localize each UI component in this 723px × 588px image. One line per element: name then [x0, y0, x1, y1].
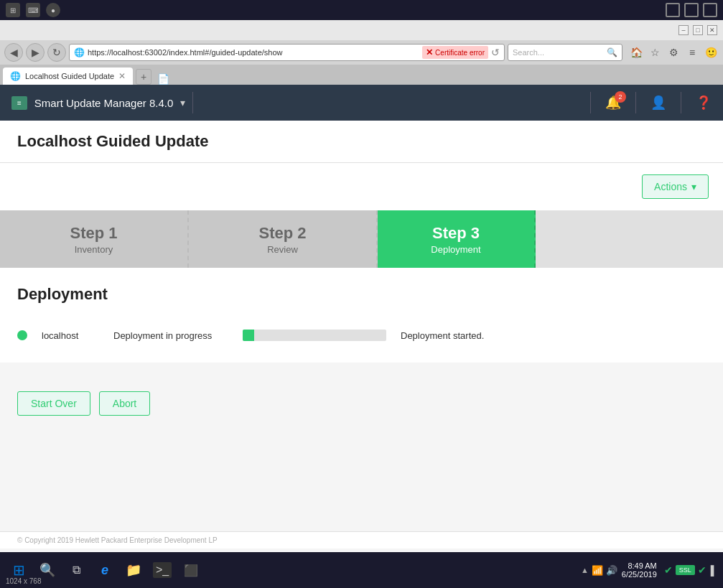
menu-icon[interactable]: ≡: [684, 45, 700, 60]
user-icon[interactable]: 👤: [650, 95, 666, 111]
tray-arrow[interactable]: ▲: [581, 566, 589, 574]
task-view-button[interactable]: ⧉: [63, 557, 89, 583]
help-icon[interactable]: ❓: [696, 95, 712, 111]
os-start-icon[interactable]: ⊞: [6, 3, 20, 17]
footer-copyright: © Copyright 2019 Hewlett Packard Enterpr…: [17, 536, 218, 544]
app-header-right: 🔔 2 👤 ❓: [590, 92, 712, 113]
search-bar[interactable]: Search... 🔍: [508, 44, 622, 61]
browser-tab-bar: 🌐 Localhost Guided Update ✕ + 📄: [0, 65, 723, 85]
search-icon: 🔍: [607, 47, 617, 57]
settings-icon[interactable]: ⚙: [666, 45, 681, 60]
app-header-left: ≡ Smart Update Manager 8.4.0 ▾: [11, 92, 193, 113]
home-icon[interactable]: 🏠: [628, 45, 644, 60]
notification-badge: 2: [615, 91, 626, 103]
os-topbar: ⊞ ⌨ ●: [0, 0, 723, 20]
browser-nav-icons: 🏠 ☆ ⚙ ≡ 🙂: [628, 45, 719, 60]
progress-bar: [243, 330, 386, 341]
step-remainder: [536, 210, 723, 268]
cert-x-icon: ✕: [426, 47, 433, 57]
step-1[interactable]: Step 1 Inventory: [0, 210, 189, 268]
date-display: 6/25/2019: [622, 570, 657, 579]
progress-bar-fill: [243, 330, 254, 341]
screen-resolution: 1024 x 768: [6, 577, 42, 585]
ssl-check-icon: ✔: [698, 564, 706, 576]
deploy-message: Deployment started.: [401, 330, 484, 341]
tab-list-icon[interactable]: 📄: [157, 73, 169, 85]
abort-button[interactable]: Abort: [99, 391, 150, 416]
bookmark-icon[interactable]: ☆: [647, 45, 663, 60]
refresh-button[interactable]: ↻: [47, 43, 66, 62]
page-content: Localhost Guided Update Actions ▾ Step 1…: [0, 121, 723, 551]
page-heading-section: Localhost Guided Update: [0, 121, 723, 163]
address-bar[interactable]: 🌐 https://localhost:63002/index.html#/gu…: [69, 44, 505, 61]
browser-icon: 🌐: [74, 47, 85, 57]
step-2-number: Step 2: [258, 224, 306, 243]
os-topbar-right: [666, 3, 717, 17]
step-3[interactable]: Step 3 Deployment: [378, 210, 536, 268]
taskbar: ⊞ 🔍 ⧉ e 📁 >_ ⬛ ▲ 📶 🔊 8:49 AM 6/25/2019: [0, 552, 723, 588]
browser-navbar: ◀ ▶ ↻ 🌐 https://localhost:63002/index.ht…: [0, 40, 723, 65]
step-2[interactable]: Step 2 Review: [189, 210, 378, 268]
os-window-2[interactable]: [684, 3, 699, 17]
browser-titlebar: – □ ✕: [0, 20, 723, 40]
close-button[interactable]: ✕: [707, 25, 717, 35]
os-window-3[interactable]: [703, 3, 717, 17]
smiley-icon[interactable]: 🙂: [703, 45, 719, 60]
deploy-status: Deployment in progress: [113, 330, 228, 341]
windows-icon: ⊞: [13, 561, 25, 579]
step-3-sub: Deployment: [431, 244, 480, 255]
os-circle-icon[interactable]: ●: [46, 3, 60, 17]
app-dropdown-icon[interactable]: ▾: [180, 97, 185, 108]
minimize-button[interactable]: –: [678, 25, 689, 35]
new-tab-button[interactable]: +: [136, 69, 151, 85]
step-2-sub: Review: [267, 244, 298, 255]
search-text: Search...: [513, 48, 544, 57]
host-name: localhost: [42, 330, 99, 341]
volume-icon: 🔊: [606, 565, 617, 576]
file-explorer-button[interactable]: 📁: [121, 557, 146, 583]
app-title: Smart Update Manager 8.4.0: [34, 97, 173, 109]
taskbar-time: 8:49 AM 6/25/2019: [622, 561, 657, 579]
actions-bar: Actions ▾: [0, 163, 723, 210]
rdp-button[interactable]: ⬛: [178, 557, 204, 583]
actions-dropdown-icon: ▾: [691, 181, 696, 192]
app-header: ≡ Smart Update Manager 8.4.0 ▾ 🔔 2 👤 ❓: [0, 85, 723, 121]
network-icon: 📶: [592, 565, 603, 576]
active-tab[interactable]: 🌐 Localhost Guided Update ✕: [3, 67, 133, 85]
tab-title: Localhost Guided Update: [25, 72, 114, 80]
os-topbar-left: ⊞ ⌨ ●: [6, 3, 60, 17]
show-desktop-button[interactable]: ▌: [711, 565, 717, 576]
tab-favicon: 🌐: [10, 71, 21, 81]
app-logo: ≡: [11, 96, 27, 110]
forward-button[interactable]: ▶: [26, 43, 45, 62]
right-divider-1: [590, 92, 591, 113]
address-text: https://localhost:63002/index.html#/guid…: [88, 48, 418, 57]
start-over-button[interactable]: Start Over: [17, 391, 90, 416]
status-dot: [17, 330, 27, 340]
step-3-number: Step 3: [432, 224, 480, 243]
reload-icon[interactable]: ↺: [491, 47, 500, 58]
terminal-button[interactable]: >_: [149, 557, 175, 583]
cert-error-badge: ✕ Certificate error: [422, 46, 488, 59]
os-window-1[interactable]: [666, 3, 680, 17]
actions-label: Actions: [654, 181, 687, 192]
os-keyboard-icon[interactable]: ⌨: [26, 3, 40, 17]
maximize-button[interactable]: □: [693, 25, 703, 35]
ie-button[interactable]: e: [92, 557, 118, 583]
actions-button[interactable]: Actions ▾: [642, 174, 709, 199]
notification-icon[interactable]: 🔔 2: [605, 95, 621, 111]
page-title: Localhost Guided Update: [17, 132, 706, 151]
rdp-icon: ⬛: [184, 564, 198, 577]
cert-error-text: Certificate error: [435, 49, 485, 57]
action-buttons: Start Over Abort: [0, 391, 723, 416]
tab-close-button[interactable]: ✕: [118, 71, 126, 81]
taskbar-tray: ▲ 📶 🔊: [581, 565, 617, 576]
step-1-sub: Inventory: [75, 244, 113, 255]
taskbar-right: ▲ 📶 🔊 8:49 AM 6/25/2019 ✔ SSL ✔ ▌: [581, 561, 717, 579]
back-button[interactable]: ◀: [4, 43, 23, 62]
checkmark-icon: ✔: [664, 564, 673, 576]
task-view-icon: ⧉: [73, 564, 80, 577]
steps-row: Step 1 Inventory Step 2 Review Step 3 De…: [0, 210, 723, 268]
ssl-badge: SSL: [676, 565, 695, 575]
step-1-number: Step 1: [70, 224, 117, 243]
